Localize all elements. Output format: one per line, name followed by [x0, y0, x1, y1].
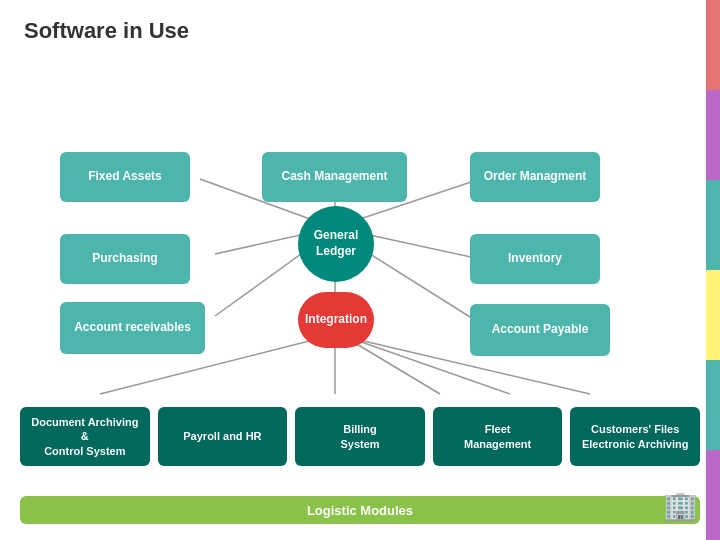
purchasing-box: Purchasing	[60, 234, 190, 284]
general-ledger-circle: General Ledger	[298, 206, 374, 282]
integration-circle: Integration	[298, 292, 374, 348]
svg-line-5	[215, 249, 308, 316]
bottom-row: Document Archiving & Control System Payr…	[20, 407, 700, 466]
inventory-box: Inventory	[470, 234, 600, 284]
billing-system-box: Billing System	[295, 407, 425, 466]
account-receivables-box: Account receivables	[60, 302, 205, 354]
svg-line-9	[345, 337, 440, 394]
document-archiving-box: Document Archiving & Control System	[20, 407, 150, 466]
svg-line-3	[215, 234, 305, 254]
logistic-modules-bar: Logistic Modules	[20, 496, 700, 524]
payroll-hr-box: Payroll and HR	[158, 407, 288, 466]
order-managment-box: Order Managment	[470, 152, 600, 202]
page-title: Software in Use	[0, 0, 720, 54]
building-icon: 🏢	[663, 489, 698, 522]
customers-files-box: Customers' Files Electronic Archiving	[570, 407, 700, 466]
svg-line-6	[362, 249, 478, 322]
account-payable-box: Account Payable	[470, 304, 610, 356]
fleet-management-box: Fleet Management	[433, 407, 563, 466]
cash-management-box: Cash Management	[262, 152, 407, 202]
fixed-assets-box: Fixed Assets	[60, 152, 190, 202]
svg-line-4	[365, 234, 480, 259]
main-content: Fixed Assets Cash Management Order Manag…	[0, 54, 720, 534]
